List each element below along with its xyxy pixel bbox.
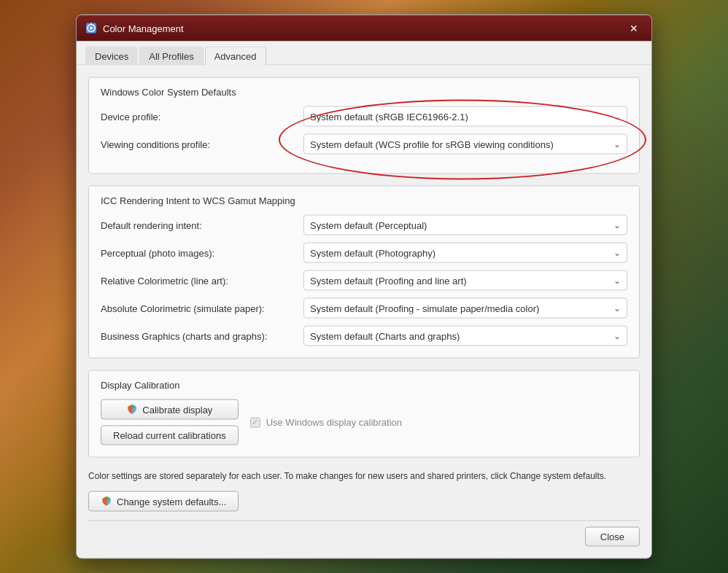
viewing-conditions-label: Viewing conditions profile: <box>101 139 298 149</box>
dialog-content: Windows Color System Defaults Device pro… <box>77 66 651 558</box>
device-profile-label: Device profile: <box>101 111 298 122</box>
perceptual-row: Perceptual (photo images): System defaul… <box>101 243 627 263</box>
viewing-conditions-row: Viewing conditions profile: System defau… <box>101 134 627 155</box>
change-system-defaults-label: Change system defaults... <box>117 496 226 507</box>
business-graphics-row: Business Graphics (charts and graphs): S… <box>101 326 627 346</box>
device-profile-dropdown[interactable]: System default (sRGB IEC61966-2.1) ⌄ <box>303 106 627 127</box>
relative-colorimetric-arrow: ⌄ <box>613 276 621 286</box>
shield-icon-defaults <box>101 496 112 507</box>
default-rendering-dropdown[interactable]: System default (Perceptual) ⌄ <box>303 215 627 235</box>
calibration-controls: Calibrate display Reload current calibra… <box>101 399 627 445</box>
calibrate-display-button[interactable]: Calibrate display <box>101 399 239 420</box>
business-graphics-label: Business Graphics (charts and graphs): <box>101 330 298 341</box>
business-graphics-value: System default (Charts and graphs) <box>310 330 611 341</box>
windows-calibration-row: Use Windows display calibration <box>250 417 402 428</box>
default-rendering-label: Default rendering intent: <box>101 219 298 230</box>
viewing-conditions-value: System default (WCS profile for sRGB vie… <box>310 139 611 149</box>
footer-text: Color settings are stored separately for… <box>88 469 640 483</box>
absolute-colorimetric-arrow: ⌄ <box>613 303 621 313</box>
default-rendering-value: System default (Perceptual) <box>310 219 611 230</box>
close-button[interactable]: Close <box>585 527 640 547</box>
shield-icon-calibrate <box>126 404 138 416</box>
perceptual-arrow: ⌄ <box>613 248 621 258</box>
tab-devices[interactable]: Devices <box>85 47 138 66</box>
calibration-buttons: Calibrate display Reload current calibra… <box>101 399 239 445</box>
relative-colorimetric-dropdown[interactable]: System default (Proofing and line art) ⌄ <box>303 270 627 291</box>
business-graphics-arrow: ⌄ <box>613 331 621 341</box>
reload-calibrations-button[interactable]: Reload current calibrations <box>101 426 239 445</box>
icc-section: ICC Rendering Intent to WCS Gamut Mappin… <box>88 186 640 359</box>
absolute-colorimetric-label: Absolute Colorimetric (simulate paper): <box>101 303 298 313</box>
windows-color-title: Windows Color System Defaults <box>101 87 627 98</box>
app-icon <box>85 23 97 34</box>
icc-title: ICC Rendering Intent to WCS Gamut Mappin… <box>101 195 627 206</box>
reload-calibrations-label: Reload current calibrations <box>113 430 226 441</box>
change-system-defaults-button[interactable]: Change system defaults... <box>88 491 239 512</box>
tab-advanced[interactable]: Advanced <box>205 47 266 66</box>
business-graphics-dropdown[interactable]: System default (Charts and graphs) ⌄ <box>303 326 627 346</box>
default-rendering-arrow: ⌄ <box>613 220 621 230</box>
color-management-dialog: Color Management ✕ Devices All Profiles … <box>76 15 652 559</box>
dialog-title: Color Management <box>103 23 619 34</box>
absolute-colorimetric-row: Absolute Colorimetric (simulate paper): … <box>101 298 627 319</box>
windows-color-section: Windows Color System Defaults Device pro… <box>88 77 640 174</box>
window-close-button[interactable]: ✕ <box>625 20 643 37</box>
viewing-conditions-dropdown[interactable]: System default (WCS profile for sRGB vie… <box>303 134 627 155</box>
relative-colorimetric-value: System default (Proofing and line art) <box>310 275 611 286</box>
calibration-title: Display Calibration <box>101 380 627 391</box>
use-windows-calibration-checkbox[interactable] <box>250 417 260 427</box>
use-windows-calibration-label: Use Windows display calibration <box>266 417 402 428</box>
device-profile-row: Device profile: System default (sRGB IEC… <box>101 106 627 127</box>
calibration-section: Display Calibration Calibrate display <box>88 370 640 458</box>
perceptual-value: System default (Photography) <box>310 247 611 258</box>
calibrate-display-label: Calibrate display <box>142 404 212 415</box>
absolute-colorimetric-dropdown[interactable]: System default (Proofing - simulate pape… <box>303 298 627 319</box>
device-profile-value: System default (sRGB IEC61966-2.1) <box>310 111 611 122</box>
tab-all-profiles[interactable]: All Profiles <box>139 47 203 66</box>
default-rendering-row: Default rendering intent: System default… <box>101 215 627 235</box>
tab-bar: Devices All Profiles Advanced <box>77 42 651 66</box>
title-bar: Color Management ✕ <box>77 15 651 42</box>
bottom-row: Close <box>88 521 640 547</box>
relative-colorimetric-row: Relative Colorimetric (line art): System… <box>101 270 627 291</box>
svg-point-2 <box>90 27 93 30</box>
device-profile-arrow: ⌄ <box>613 112 621 122</box>
relative-colorimetric-label: Relative Colorimetric (line art): <box>101 275 298 286</box>
viewing-conditions-arrow: ⌄ <box>613 139 621 149</box>
perceptual-label: Perceptual (photo images): <box>101 247 298 258</box>
absolute-colorimetric-value: System default (Proofing - simulate pape… <box>310 303 611 313</box>
perceptual-dropdown[interactable]: System default (Photography) ⌄ <box>303 243 627 263</box>
